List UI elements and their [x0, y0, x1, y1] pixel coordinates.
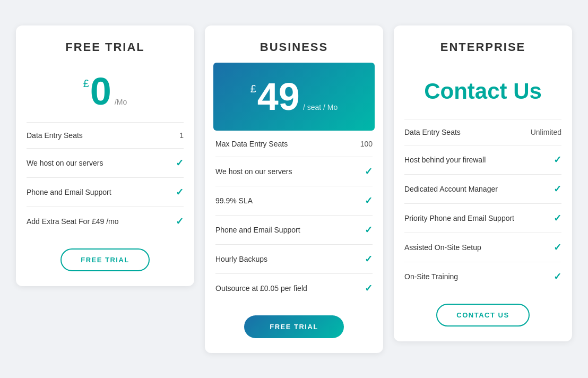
- feature-row: Host behind your firewall ✓: [404, 145, 561, 174]
- free-trial-period: /Mo: [115, 98, 127, 106]
- check-icon: ✓: [176, 157, 184, 169]
- business-button[interactable]: FREE TRIAL: [244, 315, 344, 338]
- enterprise-footer: CONTACT US: [394, 291, 572, 341]
- feature-label: Max Data Entry Seats: [215, 140, 288, 148]
- feature-row: Max Data Entry Seats 100: [215, 131, 373, 157]
- feature-row: Outsource at £0.05 per field ✓: [215, 273, 373, 303]
- feature-label: Hourly Backups: [215, 255, 267, 263]
- contact-us-text: Contact Us: [394, 63, 572, 119]
- business-card: BUSINESS £ 49 / seat / Mo Max Data Entry…: [205, 25, 383, 353]
- contact-us-button[interactable]: CONTACT US: [436, 304, 529, 327]
- enterprise-card: ENTERPRISE Contact Us Data Entry Seats U…: [394, 25, 572, 341]
- feature-label: Phone and Email Support: [27, 188, 111, 196]
- feature-row: Phone and Email Support ✓: [215, 215, 373, 244]
- feature-value: 100: [360, 140, 373, 148]
- check-icon: ✓: [365, 253, 373, 265]
- business-price: £ 49 / seat / Mo: [213, 63, 375, 131]
- check-icon: ✓: [554, 154, 561, 166]
- feature-row: Phone and Email Support ✓: [27, 177, 184, 207]
- feature-label: Host behind your firewall: [404, 156, 486, 164]
- free-trial-button[interactable]: FREE TRIAL: [60, 248, 150, 271]
- feature-label: We host on our servers: [215, 167, 292, 176]
- business-period: / seat / Mo: [303, 103, 338, 111]
- check-icon: ✓: [554, 212, 561, 224]
- business-features: Max Data Entry Seats 100 We host on our …: [205, 131, 383, 303]
- feature-label: Dedicated Account Manager: [404, 185, 498, 193]
- feature-value: 1: [179, 131, 184, 140]
- feature-label: Data Entry Seats: [27, 131, 83, 140]
- feature-label: On-Site Training: [404, 272, 458, 281]
- free-trial-amount: 0: [90, 72, 111, 110]
- feature-label: We host on our servers: [27, 159, 103, 167]
- enterprise-title: ENTERPRISE: [440, 40, 526, 54]
- feature-label: Priority Phone and Email Support: [404, 214, 514, 222]
- free-trial-title: FREE TRIAL: [65, 40, 145, 54]
- feature-row: Dedicated Account Manager ✓: [404, 174, 561, 203]
- feature-row: We host on our servers ✓: [215, 157, 373, 186]
- business-amount: 49: [257, 78, 300, 116]
- free-trial-price: £ 0 /Mo: [16, 63, 194, 122]
- feature-row: Add Extra Seat For £49 /mo ✓: [27, 207, 184, 236]
- feature-row: 99.9% SLA ✓: [215, 186, 373, 215]
- free-trial-features: Data Entry Seats 1 We host on our server…: [16, 122, 194, 236]
- feature-row: On-Site Training ✓: [404, 262, 561, 291]
- check-icon: ✓: [365, 224, 373, 236]
- feature-value: Unlimited: [531, 128, 561, 136]
- check-icon: ✓: [176, 186, 184, 198]
- feature-label: Assisted On-Site Setup: [404, 243, 481, 252]
- business-footer: FREE TRIAL: [205, 303, 383, 353]
- enterprise-header: ENTERPRISE: [394, 25, 572, 63]
- free-trial-footer: FREE TRIAL: [16, 236, 194, 286]
- check-icon: ✓: [554, 242, 561, 253]
- check-icon: ✓: [554, 271, 561, 282]
- feature-row: Data Entry Seats Unlimited: [404, 119, 561, 145]
- check-icon: ✓: [365, 282, 373, 294]
- free-trial-header: FREE TRIAL: [16, 25, 194, 63]
- feature-label: 99.9% SLA: [215, 196, 253, 205]
- check-icon: ✓: [554, 183, 561, 195]
- feature-label: Add Extra Seat For £49 /mo: [27, 217, 119, 226]
- free-trial-currency: £: [83, 78, 89, 90]
- feature-label: Phone and Email Support: [215, 226, 300, 234]
- feature-label: Data Entry Seats: [404, 128, 461, 136]
- feature-row: Data Entry Seats 1: [27, 122, 184, 148]
- feature-row: We host on our servers ✓: [27, 148, 184, 177]
- free-trial-card: FREE TRIAL £ 0 /Mo Data Entry Seats 1 We…: [16, 25, 194, 286]
- business-title: BUSINESS: [260, 40, 328, 54]
- business-header: BUSINESS: [205, 25, 383, 63]
- feature-row: Assisted On-Site Setup ✓: [404, 233, 561, 262]
- enterprise-features: Data Entry Seats Unlimited Host behind y…: [394, 119, 572, 291]
- check-icon: ✓: [365, 166, 373, 177]
- feature-row: Hourly Backups ✓: [215, 244, 373, 273]
- check-icon: ✓: [365, 195, 373, 207]
- business-currency: £: [250, 83, 256, 95]
- check-icon: ✓: [176, 216, 184, 227]
- feature-row: Priority Phone and Email Support ✓: [404, 203, 561, 233]
- pricing-table: FREE TRIAL £ 0 /Mo Data Entry Seats 1 We…: [11, 25, 577, 353]
- feature-label: Outsource at £0.05 per field: [215, 284, 307, 293]
